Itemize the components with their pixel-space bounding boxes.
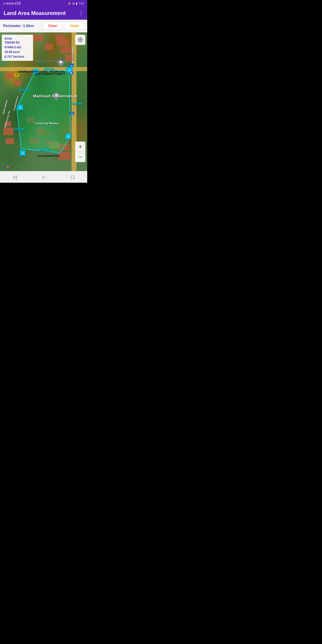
area-acre: 16.68 acre: [4, 50, 30, 54]
perimeter-label: Perimeter: 1.0km: [3, 24, 34, 28]
building: [6, 138, 14, 144]
more-options-icon[interactable]: ⋮: [79, 11, 84, 16]
area-info-box: Area 726209 ft2 67466.5 m2 16.68 acre 6.…: [2, 35, 33, 61]
app-title: Land Area Measurement: [4, 10, 66, 16]
road-label-lingkaran: Jalan Lingkaran Tengah 2: [35, 72, 64, 75]
google-logo: Google: [2, 165, 13, 169]
building: [57, 39, 66, 46]
recents-button[interactable]: □: [68, 174, 77, 180]
zoom-out-button[interactable]: −: [75, 152, 86, 162]
distance-bottom: 206.9m: [39, 148, 50, 152]
building: [41, 130, 50, 136]
app-bar: Land Area Measurement ⋮: [0, 7, 87, 20]
undo-button[interactable]: Undo: [64, 22, 84, 30]
san-car-label: San Car Auto Garage: [35, 58, 66, 62]
toolbar-buttons: Clear Undo: [43, 22, 84, 30]
area-hectare: 6.747 hectare: [4, 54, 30, 59]
map-container[interactable]: 1 2 3 4 5 226.5m 264.6m 206.9m 127.2m 20…: [0, 32, 87, 171]
distance-right: 264.6m: [72, 102, 83, 105]
madrasah-label: Madrasah Al-Rahmaniah: [33, 94, 77, 98]
waypoint-5[interactable]: 5: [18, 104, 23, 110]
zoom-in-button[interactable]: +: [75, 142, 86, 152]
road-badge-68: 68: [69, 72, 73, 74]
area-ft2: 726209 ft2: [4, 40, 30, 45]
waypoint-3[interactable]: 3: [65, 134, 71, 139]
area-title: Area: [4, 36, 30, 40]
battery-icon: ▮: [76, 2, 77, 5]
lorong-haji-label: Lorong Haji Maulana: [35, 122, 59, 124]
road-gombak-label: Jalan Gombak: [71, 46, 74, 63]
building: [14, 80, 21, 86]
building: [32, 35, 43, 41]
building: [29, 138, 40, 144]
svg-point-2: [80, 39, 81, 40]
lorong-mohd-label: Lorong Mohd Saad: [37, 154, 59, 157]
distance-left-bottom: 200.9m: [14, 128, 25, 131]
building: [49, 142, 59, 149]
bus-stop-2: 🚌: [70, 112, 74, 115]
carrier-text: U Mobile: [3, 2, 14, 5]
building: [27, 118, 35, 123]
building: [3, 128, 14, 135]
toolbar: Perimeter: 1.0km Clear Undo: [0, 20, 87, 32]
home-button[interactable]: ○: [39, 174, 48, 180]
clear-button[interactable]: Clear: [43, 22, 62, 30]
area-m2: 67466.5 m2: [4, 45, 30, 50]
time-text: 7:57: [78, 2, 84, 5]
building: [60, 47, 72, 53]
building: [58, 144, 69, 151]
status-right: ⚡ ⊕ ▮ 7:57: [68, 2, 84, 5]
nav-bar: ◁ ○ □: [0, 171, 87, 183]
back-button[interactable]: ◁: [10, 174, 19, 180]
waypoint-4[interactable]: 4: [20, 150, 26, 156]
road-badge-28: 28: [14, 73, 18, 76]
status-carrier: U Mobile ▎▎▎: [3, 2, 22, 5]
signal-icon: ▎▎▎: [16, 2, 22, 5]
bus-stop-1: 🚌: [69, 64, 74, 67]
bluetooth-icon: ⚡: [68, 2, 71, 5]
location-icon: ⊕: [72, 2, 75, 5]
status-bar: U Mobile ▎▎▎ ⚡ ⊕ ▮ 7:57: [0, 0, 87, 7]
building: [45, 44, 53, 50]
distance-left-top: 127.2m: [19, 88, 30, 92]
zoom-controls: + −: [75, 142, 86, 162]
building: [58, 152, 70, 160]
location-button[interactable]: [75, 35, 86, 45]
building: [6, 73, 14, 79]
